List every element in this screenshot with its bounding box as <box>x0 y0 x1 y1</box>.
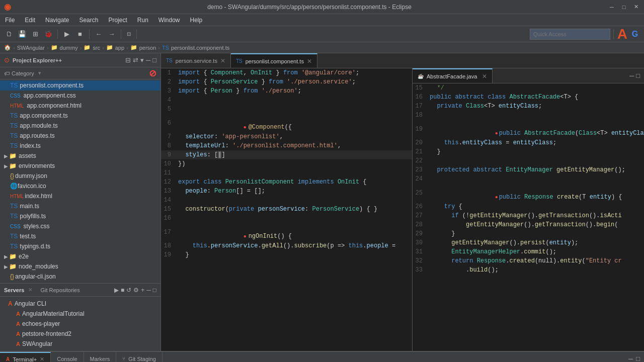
server-swangular[interactable]: A SWAngular <box>0 339 160 349</box>
servers-tab-label[interactable]: Servers <box>4 287 24 293</box>
menu-search[interactable]: Search <box>74 14 103 26</box>
menu-navigate[interactable]: Navigate <box>40 14 74 26</box>
close-tab-service[interactable]: ✕ <box>220 57 225 64</box>
expand-icon2: ▶ <box>4 163 8 169</box>
tree-item-environments[interactable]: ▶ 📁 environments <box>0 161 160 171</box>
breadcrumb-folder-icon: 📁 <box>51 44 58 51</box>
save-all-button[interactable]: ⊞ <box>29 28 41 40</box>
separator-1 <box>57 29 58 39</box>
server-stop-btn[interactable]: ■ <box>121 287 124 294</box>
server-echoes[interactable]: A echoes-player <box>0 319 160 329</box>
bottom-maximize-btn[interactable]: □ <box>636 355 640 362</box>
ts-file-icon: TS <box>10 82 18 89</box>
code-view-left[interactable]: 1 import { Component, OnInit } from '@an… <box>161 68 412 351</box>
stop-button[interactable]: ■ <box>74 28 86 40</box>
tree-item-personlist[interactable]: TS personlist.component.ts <box>0 80 160 90</box>
servers-close-icon[interactable]: ✕ <box>28 287 32 293</box>
bottom-minimize-btn[interactable]: ─ <box>628 355 633 362</box>
tree-item-app-css[interactable]: CSS app.component.css <box>0 90 160 101</box>
breadcrumb-dummy[interactable]: dummy <box>60 45 78 51</box>
tab-abstract-facade[interactable]: ☕ AbstractFacade.java ✕ <box>413 68 493 83</box>
tree-item-angular-cli[interactable]: {} angular-cli.json <box>0 272 160 282</box>
breadcrumb-person[interactable]: person <box>139 45 156 51</box>
editor-left: 1 import { Component, OnInit } from '@an… <box>161 68 413 351</box>
code-view-right[interactable]: 15 */ 16 public abstract class AbstractF… <box>413 83 644 351</box>
server-start-btn[interactable]: ▶ <box>114 287 119 294</box>
breadcrumb-app[interactable]: app <box>115 45 124 51</box>
minimize-button[interactable]: ─ <box>608 3 616 11</box>
bottom-tab-git-staging[interactable]: ⑂ Git Staging <box>116 352 162 362</box>
sidebar-minimize-button[interactable]: ─ <box>146 56 150 64</box>
tree-item-styles[interactable]: CSS styles.css <box>0 221 160 231</box>
sidebar-maximize-button[interactable]: □ <box>152 56 156 64</box>
tree-item-favicon[interactable]: 🌐 favicon.ico <box>0 181 160 191</box>
rline-18: 18 <box>413 111 644 120</box>
rline-17: 17 private Class<T> entityClass; <box>413 102 644 111</box>
java-perspective-btn[interactable]: G <box>629 28 641 40</box>
tree-item-index-ts[interactable]: TS index.ts <box>0 141 160 151</box>
server-petstore[interactable]: A petstore-frontend2 <box>0 329 160 339</box>
angular-perspective-btn[interactable]: A <box>617 25 628 43</box>
bottom-tab-markers[interactable]: Markers <box>84 352 117 362</box>
menu-project[interactable]: Project <box>103 14 132 26</box>
open-type-button[interactable]: ⊡ <box>124 28 133 40</box>
tree-item-dummy-json[interactable]: {} dummy.json <box>0 171 160 181</box>
run-button[interactable]: ▶ <box>61 28 73 40</box>
tree-item-e2e[interactable]: ▶ 📁 e2e <box>0 251 160 261</box>
menu-edit[interactable]: Edit <box>20 14 40 26</box>
quick-access-input[interactable] <box>530 29 610 40</box>
line-11: 11 <box>161 168 412 177</box>
tree-item-app-module[interactable]: TS app.module.ts <box>0 121 160 131</box>
maximize-button[interactable]: □ <box>620 3 628 11</box>
collapse-all-button[interactable]: ⊟ <box>125 56 131 64</box>
bottom-tab-console[interactable]: Console <box>51 352 84 362</box>
menu-file[interactable]: File <box>0 14 20 26</box>
tree-item-polyfills[interactable]: TS polyfills.ts <box>0 211 160 221</box>
git-staging-icon: ⑂ <box>122 356 125 361</box>
tree-item-test[interactable]: TS test.ts <box>0 231 160 241</box>
server-angular-cli[interactable]: A Angular CLI <box>0 299 160 309</box>
tree-item-assets[interactable]: ▶ 📁 assets <box>0 151 160 161</box>
server-angular-material[interactable]: A AngularMaterialTutorial <box>0 309 160 319</box>
new-button[interactable]: 🗋 <box>3 28 15 40</box>
tree-item-main-ts[interactable]: TS main.ts <box>0 201 160 211</box>
server-maximize-btn[interactable]: □ <box>153 287 156 294</box>
tree-item-typings[interactable]: TS typings.d.ts <box>0 241 160 251</box>
tab-person-service[interactable]: TS person.service.ts ✕ <box>161 53 231 68</box>
back-button[interactable]: ← <box>93 28 105 40</box>
git-repos-tab[interactable]: Git Repositories <box>40 287 79 293</box>
breadcrumb-swangular[interactable]: SWAngular <box>17 45 45 51</box>
breadcrumb-file[interactable]: personlist.component.ts <box>171 45 229 51</box>
line-18: 18 this.personService.getAll().subscribe… <box>161 241 412 250</box>
close-button[interactable]: ✕ <box>632 3 640 11</box>
breadcrumb: 🏠 › SWAngular › 📁 dummy › 📁 src › 📁 app … <box>0 42 644 53</box>
tree-item-app-html[interactable]: HTML app.component.html <box>0 101 160 111</box>
server-minimize-btn[interactable]: ─ <box>146 287 151 294</box>
minimize-right-editor[interactable]: ─ <box>629 72 634 79</box>
maximize-right-editor[interactable]: □ <box>636 72 640 79</box>
close-terminal-tab[interactable]: ✕ <box>40 356 44 362</box>
save-button[interactable]: 💾 <box>16 28 28 40</box>
server-config-btn[interactable]: ⚙ <box>133 287 139 294</box>
close-right-tab[interactable]: ✕ <box>482 73 487 80</box>
tab-personlist[interactable]: TS personlist.component.ts ✕ <box>231 53 317 68</box>
bottom-tab-terminal[interactable]: A Terminal+ ✕ <box>0 352 51 362</box>
debug-button[interactable]: 🐞 <box>42 28 54 40</box>
server-add-btn[interactable]: + <box>141 287 144 294</box>
close-tab-personlist[interactable]: ✕ <box>307 58 312 65</box>
menu-help[interactable]: Help <box>185 14 208 26</box>
forward-button[interactable]: → <box>106 28 118 40</box>
sync-button[interactable]: ⇄ <box>133 56 138 64</box>
tree-item-app-ts[interactable]: TS app.component.ts <box>0 111 160 121</box>
terminal-icon: A <box>6 356 10 362</box>
server-restart-btn[interactable]: ↺ <box>126 287 131 294</box>
tree-item-index-html[interactable]: HTML index.html <box>0 191 160 201</box>
menu-run[interactable]: Run <box>132 14 153 26</box>
breakpoint-17: ● <box>244 234 247 239</box>
sidebar-menu-button[interactable]: ▾ <box>140 56 144 64</box>
menu-window[interactable]: Window <box>153 14 185 26</box>
tree-item-node-modules[interactable]: ▶ 📁 node_modules <box>0 261 160 272</box>
tree-item-app-routes[interactable]: TS app.routes.ts <box>0 131 160 141</box>
breadcrumb-src[interactable]: src <box>93 45 100 51</box>
filter-button[interactable]: ⊘ <box>149 68 156 79</box>
